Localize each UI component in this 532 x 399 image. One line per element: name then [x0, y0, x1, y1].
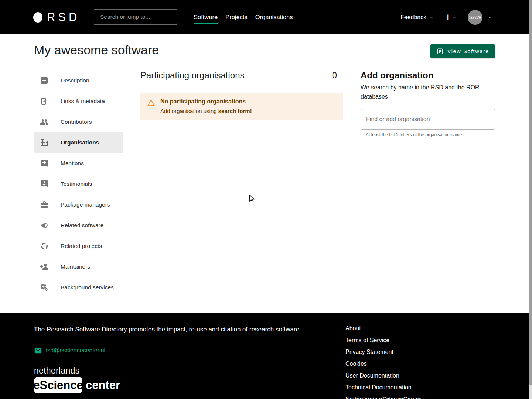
chevron-down-icon: [429, 14, 434, 20]
account-chevron-down-icon[interactable]: [487, 14, 494, 21]
escience-center-logo[interactable]: netherlands eScience center: [34, 366, 120, 393]
business-icon: [40, 138, 49, 147]
sidebar-label: Description: [61, 77, 89, 84]
rsd-logo-dot-icon: [33, 12, 42, 23]
sidebar-item-related-software[interactable]: Related software: [34, 215, 123, 236]
view-software-label: View Software: [447, 48, 489, 54]
footer-link-user-docs[interactable]: User Documentation: [345, 372, 421, 384]
app-header: RSD Software Projects Organisations Feed…: [0, 0, 532, 34]
view-software-button[interactable]: View Software: [430, 44, 495, 58]
add-organisation-subtitle: We search by name in the RSD and the ROR…: [361, 83, 482, 101]
join-circles-icon: [40, 221, 49, 230]
footer-link-terms[interactable]: Terms of Service: [345, 337, 421, 349]
footer-link-privacy[interactable]: Privacy Statement: [345, 349, 421, 361]
rsd-edit-software-page: RSD Software Projects Organisations Feed…: [0, 0, 532, 399]
rsd-logo[interactable]: RSD: [33, 0, 80, 34]
sidebar-label: Package managers: [61, 201, 110, 208]
gears-icon: [40, 283, 49, 292]
sidebar-label: Testimonials: [61, 181, 92, 187]
add-organisation-title: Add organisation: [361, 70, 495, 81]
global-search[interactable]: [93, 9, 178, 25]
rsd-logo-text: RSD: [47, 11, 80, 24]
plus-icon: +: [445, 12, 451, 22]
briefcase-icon: [40, 200, 49, 209]
sidebar-label: Links & metadata: [61, 98, 105, 105]
sidebar-label: Maintainers: [61, 263, 90, 270]
find-organisation-field[interactable]: [361, 109, 495, 130]
main-nav: Software Projects Organisations: [194, 0, 293, 34]
warning-icon: [147, 99, 155, 107]
sidebar-item-organisations[interactable]: Organisations: [34, 132, 123, 153]
segmented-circle-icon: [40, 242, 49, 250]
participating-organisations-section: Participating organisations 0 No partici…: [140, 70, 343, 120]
person-add-icon: [40, 262, 49, 271]
sidebar-item-contributors[interactable]: Contributors: [34, 112, 123, 132]
nav-projects[interactable]: Projects: [225, 11, 248, 24]
sidebar-item-background-services[interactable]: Background services: [34, 277, 123, 298]
logo-line1: netherlands: [34, 366, 120, 376]
sidebar-item-testimonials[interactable]: Testimonials: [34, 174, 123, 194]
chat-person-icon: [40, 180, 49, 188]
chevron-down-icon: [451, 14, 457, 20]
sidebar-item-mentions[interactable]: Mentions: [34, 153, 123, 174]
contact-email-link[interactable]: rsd@esciencecenter.nl: [34, 347, 105, 355]
header-actions: Feedback + SAW: [400, 0, 494, 34]
nav-software[interactable]: Software: [194, 11, 218, 24]
sidebar-item-description[interactable]: Description: [34, 70, 123, 91]
add-comment-icon: [40, 159, 49, 168]
alert-body-text: Add organisation using: [160, 108, 218, 114]
scrollbar-thumb[interactable]: [529, 0, 532, 385]
footer-link-about[interactable]: About: [345, 325, 421, 337]
find-organisation-helper: At least the fist 2 letters of the organ…: [366, 132, 495, 137]
logo-pill: eScience: [34, 377, 82, 393]
add-organisation-panel: Add organisation We search by name in th…: [361, 70, 495, 137]
search-input[interactable]: [100, 14, 174, 20]
feedback-menu[interactable]: Feedback: [400, 14, 434, 21]
links-metadata-icon: [40, 97, 49, 106]
organisation-count: 0: [332, 70, 337, 81]
footer-tagline: The Research Software Directory promotes…: [34, 326, 301, 333]
sidebar-item-links-metadata[interactable]: Links & metadata: [34, 91, 123, 112]
sidebar-label: Mentions: [61, 160, 84, 167]
logo-suffix: center: [86, 379, 120, 392]
contact-email: rsd@esciencecenter.nl: [45, 347, 105, 354]
group-icon: [40, 117, 49, 126]
sidebar-item-package-managers[interactable]: Package managers: [34, 194, 123, 215]
alert-body-bold: search form!: [218, 108, 252, 114]
logo-pill-text: eScience: [34, 379, 82, 392]
mail-icon: [34, 347, 42, 355]
feedback-label: Feedback: [400, 14, 426, 21]
find-organisation-input[interactable]: [366, 116, 490, 123]
sidebar-label: Related projects: [61, 243, 102, 249]
avatar[interactable]: SAW: [468, 10, 482, 25]
page-title: My awesome software: [34, 43, 159, 57]
footer-link-tech-docs[interactable]: Technical Documentation: [345, 384, 421, 396]
sidebar-item-related-projects[interactable]: Related projects: [34, 236, 123, 256]
section-heading: Participating organisations: [140, 70, 245, 81]
app-footer: The Research Software Directory promotes…: [0, 313, 532, 399]
footer-links: About Terms of Service Privacy Statement…: [345, 325, 421, 399]
alert-body: Add organisation using search form!: [160, 108, 252, 114]
sidebar-label: Contributors: [61, 119, 92, 125]
sidebar-label: Related software: [61, 222, 103, 229]
footer-link-cookies[interactable]: Cookies: [345, 361, 421, 372]
sidebar-label: Background services: [61, 284, 114, 291]
edit-sections-sidebar: Description Links & metadata Contributor…: [34, 70, 123, 298]
sidebar-label: Organisations: [61, 139, 99, 146]
no-organisations-alert: No participating organisations Add organ…: [140, 93, 343, 120]
mouse-cursor: [249, 195, 255, 203]
footer-link-nlesc[interactable]: Netherlands eScienceCenter: [345, 396, 421, 399]
article-icon: [436, 48, 444, 55]
nav-organisations[interactable]: Organisations: [255, 11, 293, 24]
add-menu[interactable]: +: [445, 12, 457, 22]
article-icon: [40, 76, 49, 85]
alert-title: No participating organisations: [160, 98, 252, 105]
sidebar-item-maintainers[interactable]: Maintainers: [34, 256, 123, 277]
